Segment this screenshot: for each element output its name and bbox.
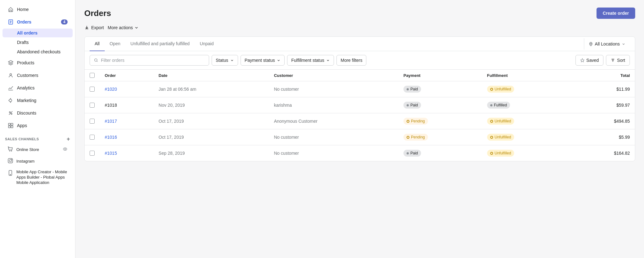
tab-unfulfilled[interactable]: Unfulfilled and partially fulfilled <box>125 37 195 51</box>
svg-point-9 <box>11 151 12 151</box>
date-value: Nov 20, 2019 <box>158 103 185 108</box>
sidebar: Home Orders 4 All orders Drafts Abandone… <box>0 0 75 258</box>
search-box[interactable] <box>90 55 209 66</box>
add-sales-channel-button[interactable]: + <box>67 136 70 142</box>
total-cell: $5.99 <box>572 129 635 145</box>
orders-card: All Open Unfulfilled and partially fulfi… <box>84 36 635 161</box>
sidebar-item-home[interactable]: Home <box>3 3 73 15</box>
tab-unpaid[interactable]: Unpaid <box>195 37 219 51</box>
badge-icon <box>490 88 493 91</box>
payment-badge: Pending <box>403 134 428 141</box>
sidebar-item-online-store[interactable]: Online Store <box>3 144 73 155</box>
create-order-button[interactable]: Create order <box>597 8 635 19</box>
tabs-row: All Open Unfulfilled and partially fulfi… <box>85 37 635 51</box>
main-area: Orders Create order Export More actions … <box>75 0 644 258</box>
row-checkbox[interactable] <box>90 135 95 140</box>
sort-button[interactable]: Sort <box>606 55 630 66</box>
sidebar-item-instagram[interactable]: Instagram <box>3 156 73 167</box>
filters-row: Status Payment status Fulfillment status… <box>85 51 635 70</box>
badge-icon <box>407 136 409 139</box>
svg-point-18 <box>95 59 97 61</box>
eye-icon[interactable] <box>63 147 68 153</box>
customer-value: No customer <box>274 87 299 92</box>
fulfillment-status-filter-button[interactable]: Fulfillment status <box>287 55 334 66</box>
customer-cell: No customer <box>269 145 398 161</box>
sidebar-discounts-label: Discounts <box>17 110 36 116</box>
fulfillment-cell: Fulfilled <box>482 97 572 113</box>
svg-point-2 <box>9 112 11 113</box>
sidebar-item-marketing[interactable]: Marketing <box>3 94 73 106</box>
search-icon <box>94 58 98 63</box>
order-link[interactable]: #1017 <box>105 119 117 124</box>
payment-status-label: Payment status <box>245 58 275 63</box>
sidebar-item-products[interactable]: Products <box>3 57 73 69</box>
customers-icon <box>8 72 14 78</box>
fulfillment-cell: Unfulfilled <box>482 145 572 161</box>
page-title: Orders <box>84 8 111 18</box>
location-filter-button[interactable]: All Locations <box>584 38 630 50</box>
select-all-checkbox[interactable] <box>90 73 95 78</box>
total-value: $11.99 <box>616 87 630 92</box>
svg-point-16 <box>10 175 11 175</box>
customer-value: No customer <box>274 135 299 140</box>
sidebar-item-orders[interactable]: Orders 4 <box>3 16 73 28</box>
chevron-down-icon <box>230 58 234 62</box>
discounts-icon <box>8 110 14 116</box>
customer-cell: Anonymous Customer <box>269 113 398 129</box>
more-actions-button[interactable]: More actions <box>108 24 138 31</box>
saved-button[interactable]: Saved <box>575 55 604 66</box>
sidebar-item-discounts[interactable]: Discounts <box>3 107 73 119</box>
sidebar-sub-abandoned[interactable]: Abandoned checkouts <box>3 47 73 56</box>
table-row: #1015Sep 28, 2019No customerPaidUnfulfil… <box>85 145 635 161</box>
abandoned-label: Abandoned checkouts <box>17 49 61 54</box>
fulfillment-badge: Unfulfilled <box>487 118 514 125</box>
online-store-icon <box>8 146 13 153</box>
status-label: Status <box>216 58 228 63</box>
sidebar-orders-label: Orders <box>17 19 31 24</box>
tab-open[interactable]: Open <box>105 37 125 51</box>
sidebar-customers-label: Customers <box>17 73 38 78</box>
export-icon <box>84 25 89 30</box>
sidebar-item-customers[interactable]: Customers <box>3 69 73 81</box>
svg-point-17 <box>590 43 591 44</box>
export-button[interactable]: Export <box>84 24 104 31</box>
order-link[interactable]: #1015 <box>105 151 117 156</box>
search-input[interactable] <box>101 58 205 63</box>
select-all-header <box>85 70 100 81</box>
order-link[interactable]: #1020 <box>105 87 117 92</box>
row-checkbox[interactable] <box>90 119 95 124</box>
row-checkbox[interactable] <box>90 103 95 108</box>
sort-label: Sort <box>617 58 625 63</box>
sidebar-sub-drafts[interactable]: Drafts <box>3 38 73 47</box>
sidebar-item-mobile-app[interactable]: Mobile App Creator - Mobile Apps Builder… <box>3 167 73 188</box>
chevron-down-icon <box>277 58 280 62</box>
total-column-header: Total <box>572 70 635 81</box>
analytics-icon <box>8 85 14 91</box>
total-value: $494.85 <box>614 119 630 124</box>
tab-all[interactable]: All <box>90 37 105 51</box>
home-icon <box>8 6 14 13</box>
sidebar-item-analytics[interactable]: Analytics <box>3 82 73 94</box>
more-filters-button[interactable]: More filters <box>336 55 366 66</box>
status-filter-button[interactable]: Status <box>212 55 238 66</box>
customer-cell: karishma <box>269 97 398 113</box>
row-checkbox[interactable] <box>90 151 95 156</box>
order-id-cell: #1015 <box>100 145 153 161</box>
svg-point-1 <box>10 74 11 75</box>
order-link[interactable]: #1016 <box>105 135 117 140</box>
sidebar-item-apps[interactable]: Apps <box>3 120 73 132</box>
payment-status-filter-button[interactable]: Payment status <box>241 55 285 66</box>
date-value: Jan 28 at 06:56 am <box>158 87 196 92</box>
sort-icon <box>611 58 615 62</box>
row-checkbox[interactable] <box>90 87 95 92</box>
badge-dot <box>407 104 409 106</box>
orders-icon <box>8 19 14 25</box>
payment-cell: Pending <box>398 129 482 145</box>
payment-badge: Paid <box>403 102 421 109</box>
total-cell: $164.82 <box>572 145 635 161</box>
payment-cell: Paid <box>398 145 482 161</box>
total-cell: $11.99 <box>572 81 635 97</box>
total-value: $164.82 <box>614 151 630 156</box>
sidebar-sub-all-orders[interactable]: All orders <box>3 29 73 37</box>
table-header-row: Order Date Customer Payment Fulfillment … <box>85 70 635 81</box>
